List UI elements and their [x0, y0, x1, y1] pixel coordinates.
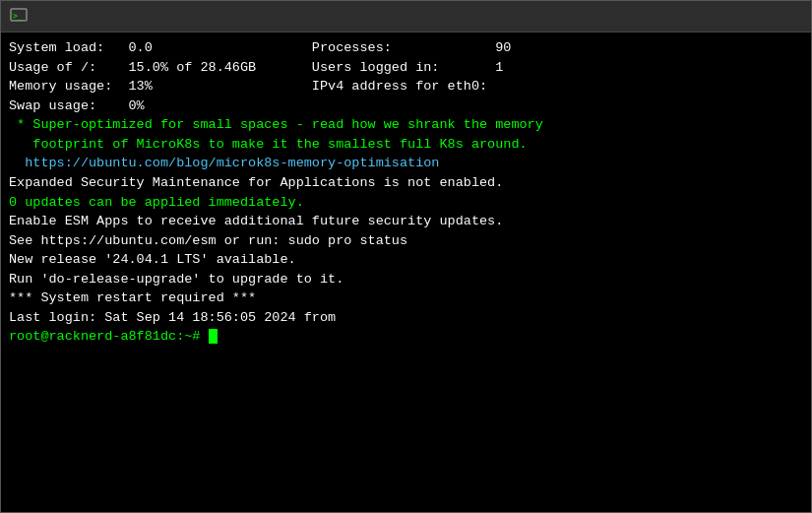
terminal-line: See https://ubuntu.com/esm or run: sudo …	[9, 231, 803, 251]
close-button[interactable]	[758, 1, 803, 32]
terminal-line: Usage of /: 15.0% of 28.46GB Users logge…	[9, 58, 803, 78]
window-controls	[663, 1, 803, 32]
terminal-line: *** System restart required ***	[9, 289, 803, 308]
terminal-line: https://ubuntu.com/blog/microk8s-memory-…	[9, 154, 803, 173]
terminal-prompt-line: root@racknerd-a8f81dc:~#	[9, 327, 803, 347]
terminal-line: footprint of MicroK8s to make it the sma…	[9, 135, 803, 155]
terminal-line: Last login: Sat Sep 14 18:56:05 2024 fro…	[9, 308, 803, 328]
minimize-button[interactable]	[663, 1, 709, 32]
terminal-prompt: root@racknerd-a8f81dc:~#	[9, 329, 209, 344]
maximize-button[interactable]	[711, 1, 756, 32]
terminal-line: * Super-optimized for small spaces - rea…	[9, 115, 803, 135]
svg-text:>_: >_	[13, 12, 23, 21]
terminal-line: Memory usage: 13% IPv4 address for eth0:	[9, 77, 803, 96]
title-bar: >_	[1, 1, 811, 32]
terminal-line: New release '24.04.1 LTS' available.	[9, 250, 803, 270]
terminal-window: >_ System load: 0.0 Processes: 90Usage o…	[0, 0, 812, 513]
terminal-line: Run 'do-release-upgrade' to upgrade to i…	[9, 270, 803, 289]
terminal-body[interactable]: System load: 0.0 Processes: 90Usage of /…	[1, 32, 811, 512]
terminal-line: Expanded Security Maintenance for Applic…	[9, 173, 803, 193]
terminal-line: System load: 0.0 Processes: 90	[9, 38, 803, 58]
terminal-line: Enable ESM Apps to receive additional fu…	[9, 212, 803, 231]
terminal-line: 0 updates can be applied immediately.	[9, 193, 803, 213]
app-icon: >_	[9, 7, 29, 27]
terminal-line: Swap usage: 0%	[9, 96, 803, 116]
terminal-cursor	[209, 329, 218, 344]
